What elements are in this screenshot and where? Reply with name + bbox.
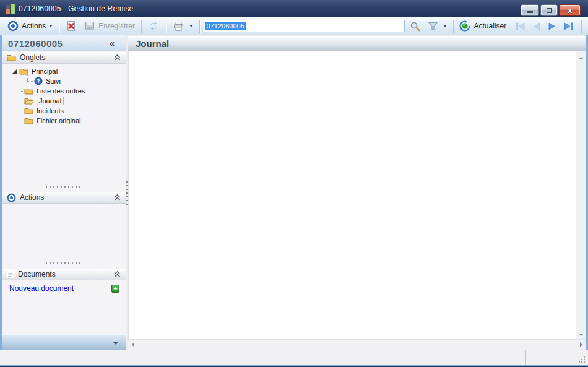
sync-button[interactable] [144,20,163,32]
content-area: 0712060005 « Onglets [2,35,586,350]
scroll-left-icon[interactable] [129,342,134,347]
toolbar-separator [141,20,142,33]
close-icon: x [568,7,572,14]
search-icon [410,21,420,32]
scroll-right-icon[interactable] [580,342,585,347]
page-title: Journal [136,38,169,49]
record-id-heading: 0712060005 [8,38,105,49]
save-icon [84,20,95,32]
chevron-down-icon[interactable] [189,25,193,29]
save-button[interactable]: Enregistrer [80,19,139,33]
filter-icon [428,22,438,31]
toolbar-separator [199,20,200,33]
toolbar: Actions Enregistrer [0,17,588,35]
chevron-down-icon[interactable] [443,25,447,29]
collapse-panel-icon[interactable] [114,54,121,61]
toolbar-separator [453,20,454,33]
delete-icon [66,20,77,32]
main-panel: Journal [128,35,586,350]
tree-item-liste-des-ordres[interactable]: Liste des ordres [2,86,126,96]
nav-previous-button[interactable] [530,20,543,32]
minimize-icon [527,11,533,13]
tree-item-label: Liste des ordres [37,87,85,95]
chevron-down-icon [49,25,53,29]
target-icon [7,20,19,32]
collapse-sidebar-button[interactable]: « [105,38,119,48]
refresh-button-label: Actualiser [473,22,506,30]
filter-button[interactable] [424,20,451,32]
panel-splitter[interactable] [2,181,126,191]
nav-last-button[interactable] [561,20,576,32]
maximize-button[interactable] [540,4,558,16]
actions-menu-button[interactable]: Actions [4,19,56,33]
print-button[interactable] [169,20,197,33]
tree-item-journal[interactable]: Journal [2,96,126,106]
tree-item-label: Principal [32,67,58,75]
tree-item-label: Fichier original [37,117,81,124]
toolbar-separator [166,20,166,33]
onglets-panel-header[interactable]: Onglets [2,51,126,64]
journal-content [128,51,586,339]
collapse-panel-icon[interactable] [114,194,121,201]
status-bar [0,350,588,365]
refresh-icon [459,20,470,32]
onglets-panel-title: Onglets [20,53,110,62]
printer-icon [173,21,184,32]
resize-grip[interactable] [578,356,586,363]
document-icon [7,270,14,278]
nav-first-button[interactable] [512,20,528,32]
vertical-scrollbar[interactable] [576,51,586,339]
folder-icon [19,67,28,75]
tree-item-fichier-original[interactable]: Fichier original [2,116,126,126]
documents-panel-content: Nouveau document + [2,280,126,335]
search-button[interactable] [406,20,424,33]
status-cell-main [54,350,526,365]
add-document-icon[interactable]: + [111,285,119,293]
svg-text:?: ? [37,78,40,84]
sidebar: 0712060005 « Onglets [2,35,126,350]
onglets-tree: Principal ? Suivi Liste des ordres [2,64,126,181]
tree-item-label: Suivi [46,77,61,85]
delete-button[interactable] [62,19,80,33]
refresh-button[interactable]: Actualiser [456,19,510,33]
titlebar: 0712060005 - Gestion de Remise x [0,0,588,17]
target-icon [7,193,16,202]
toolbar-separator [581,20,582,33]
nav-next-button[interactable] [545,20,559,32]
scroll-up-icon[interactable] [579,54,584,59]
help-icon: ? [34,77,43,85]
folder-open-icon [24,97,34,105]
maximize-icon [547,8,552,13]
actions-panel-header[interactable]: Actions [2,191,126,204]
record-search-input[interactable]: 0712060005 [204,20,405,32]
minimize-button[interactable] [521,4,539,16]
expand-triangle-icon[interactable] [12,69,17,74]
tree-item-suivi[interactable]: ? Suivi [2,76,126,86]
panel-splitter[interactable] [2,258,126,268]
documents-panel-header[interactable]: Documents [2,268,126,280]
tree-item-label: Incidents [37,107,64,114]
actions-menu-label: Actions [22,22,46,30]
sidebar-resize-handle[interactable] [126,181,128,206]
sync-icon [148,21,160,31]
app-icon [6,4,15,14]
sidebar-header: 0712060005 « [2,35,126,51]
folder-icon [24,117,33,124]
folder-icon [24,87,33,95]
tree-item-principal[interactable]: Principal [2,66,126,76]
collapse-panel-icon[interactable] [114,271,121,277]
splitter-dots [46,186,82,188]
splitter-dots [46,262,82,264]
folder-icon [7,54,16,61]
status-cell-left [0,350,54,365]
chevron-down-icon[interactable] [113,342,118,345]
scroll-down-icon[interactable] [579,334,584,339]
main-panel-header: Journal [128,36,586,51]
close-button[interactable]: x [559,4,581,16]
tree-item-label-selected: Journal [37,97,64,105]
application-window: 0712060005 - Gestion de Remise x Actions [0,0,588,367]
horizontal-scrollbar[interactable] [128,339,586,350]
journal-canvas[interactable] [129,51,576,339]
new-document-link[interactable]: Nouveau document [9,284,111,293]
tree-item-incidents[interactable]: Incidents [2,106,126,116]
